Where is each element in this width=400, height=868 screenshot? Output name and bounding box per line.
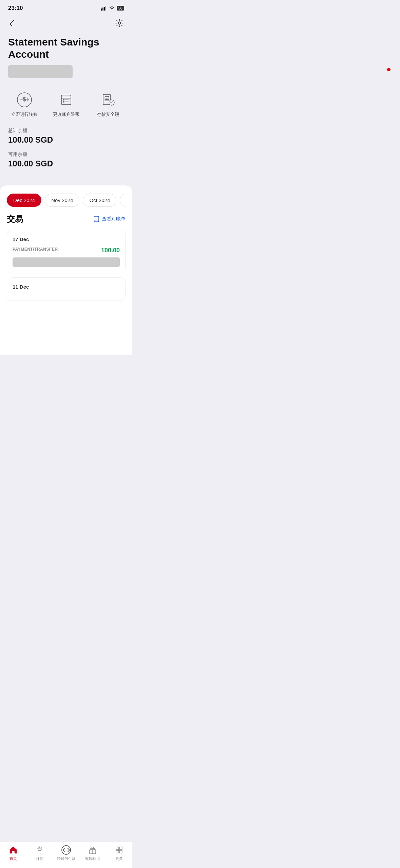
month-tab-sep2024[interactable]: Sep 2024 xyxy=(120,194,126,207)
view-statement-label: 查看对账单 xyxy=(102,216,126,222)
svg-rect-3 xyxy=(105,6,106,11)
limit-action[interactable]: 更改账户限额 xyxy=(45,91,87,117)
statement-icon xyxy=(93,216,100,222)
transfer-label: 立即进行转账 xyxy=(11,111,38,117)
tx-row-1: PAYMENT/TRANSFER 100.00 xyxy=(13,247,120,254)
balance-section: 总计余额 100.00 SGD 可用余额 100.00 SGD xyxy=(0,124,132,185)
deposit-lock-label: 存款安全锁 xyxy=(97,111,119,117)
settings-button[interactable] xyxy=(113,17,126,29)
header-nav xyxy=(0,14,132,33)
tx-amount-1: 100.00 xyxy=(101,247,120,254)
month-tab-nov2024[interactable]: Nov 2024 xyxy=(45,194,79,207)
available-balance-row: 可用余额 100.00 SGD xyxy=(8,151,124,168)
limit-icon-wrap xyxy=(57,91,75,109)
transfer-action[interactable]: $ 立即进行转账 xyxy=(3,91,45,117)
deposit-lock-action[interactable]: 存款安全锁 xyxy=(87,91,129,117)
svg-rect-1 xyxy=(102,7,103,11)
month-tab-dec2024[interactable]: Dec 2024 xyxy=(7,194,41,207)
transfer-icon: $ xyxy=(17,92,32,107)
tx-type-1: PAYMENT/TRANSFER xyxy=(13,247,58,252)
account-title: Statement Savings Account xyxy=(8,36,124,60)
transactions-title: 交易 xyxy=(7,214,23,224)
status-time: 23:10 xyxy=(8,5,23,12)
total-balance-amount: 100.00 SGD xyxy=(8,135,124,145)
transaction-card-2: 11 Dec xyxy=(7,277,126,301)
back-button[interactable] xyxy=(7,17,19,29)
total-balance-label: 总计余额 xyxy=(8,128,124,134)
tx-date-1: 17 Dec xyxy=(13,236,120,242)
limit-icon xyxy=(59,92,74,107)
tx-desc-bar-1 xyxy=(13,257,120,267)
limit-label: 更改账户限额 xyxy=(53,111,79,117)
view-statement-button[interactable]: 查看对账单 xyxy=(93,216,126,222)
svg-point-11 xyxy=(63,99,64,101)
signal-icon xyxy=(101,6,107,11)
account-number-bar xyxy=(8,65,73,78)
svg-point-13 xyxy=(63,101,64,103)
transaction-card-1: 17 Dec PAYMENT/TRANSFER 100.00 xyxy=(7,230,126,273)
total-balance-row: 总计余额 100.00 SGD xyxy=(8,128,124,145)
svg-rect-15 xyxy=(105,96,109,98)
svg-rect-2 xyxy=(104,7,105,11)
account-header: Statement Savings Account xyxy=(0,33,132,91)
content-section: Dec 2024 Nov 2024 Oct 2024 Sep 2024 交易 查… xyxy=(0,185,132,355)
svg-text:$: $ xyxy=(23,96,26,102)
deposit-lock-icon-wrap xyxy=(99,91,117,109)
transactions-header: 交易 查看对账单 xyxy=(7,214,126,224)
transfer-icon-wrap: $ xyxy=(16,91,33,109)
status-icons: 56 xyxy=(101,6,124,11)
action-row: $ 立即进行转账 更改账户限额 xyxy=(0,91,132,124)
status-bar: 23:10 56 xyxy=(0,0,132,14)
battery-icon: 56 xyxy=(117,6,124,11)
deposit-lock-icon xyxy=(100,92,115,107)
svg-rect-0 xyxy=(101,8,102,11)
month-tabs: Dec 2024 Nov 2024 Oct 2024 Sep 2024 xyxy=(7,194,126,214)
wifi-icon xyxy=(109,6,115,10)
tx-date-2: 11 Dec xyxy=(13,284,120,290)
available-balance-amount: 100.00 SGD xyxy=(8,159,124,168)
month-tab-oct2024[interactable]: Oct 2024 xyxy=(83,194,116,207)
svg-point-4 xyxy=(118,22,121,24)
available-balance-label: 可用余额 xyxy=(8,151,124,158)
